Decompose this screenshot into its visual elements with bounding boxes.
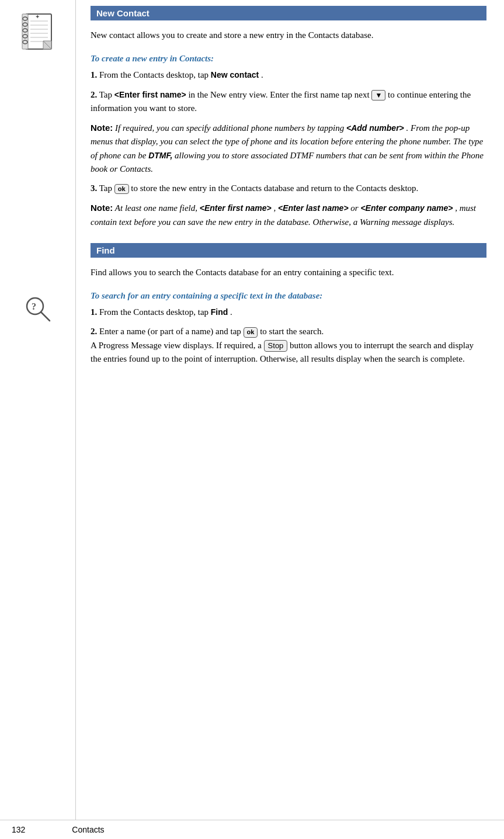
find-step-1: 1. From the Contacts desktop, tap Find . bbox=[91, 306, 486, 319]
find-intro: Find allows you to search the Contacts d… bbox=[91, 266, 486, 279]
step-1-number: 1. bbox=[91, 70, 97, 79]
stop-button[interactable]: Stop bbox=[264, 340, 288, 352]
ok-icon-2: ok bbox=[244, 327, 258, 337]
nav-down-icon: ▼ bbox=[371, 90, 385, 101]
note-2-bold1: <Enter first name> bbox=[200, 203, 272, 213]
step-2-text-before: Tap bbox=[99, 90, 114, 99]
new-contact-italic-heading: To create a new entry in Contacts: bbox=[91, 54, 486, 64]
new-contact-step-list: 1. From the Contacts desktop, tap New co… bbox=[91, 68, 486, 229]
new-contact-body: New contact allows you to create and sto… bbox=[91, 29, 486, 42]
step-1: 1. From the Contacts desktop, tap New co… bbox=[91, 68, 486, 82]
new-contact-header: New Contact bbox=[91, 6, 486, 20]
note-2: Note: At least one name field, <Enter fi… bbox=[91, 201, 486, 229]
footer-title: Contacts bbox=[72, 825, 104, 834]
find-step-2-extra: A Progress Message view displays. If req… bbox=[91, 341, 264, 350]
page-number: 132 bbox=[12, 825, 25, 834]
find-header: Find bbox=[91, 243, 486, 258]
find-step-1-bold: Find bbox=[211, 307, 228, 317]
find-body: Find allows you to search the Contacts d… bbox=[91, 266, 486, 279]
step-1-text-before: From the Contacts desktop, tap bbox=[99, 70, 211, 79]
note-1-text: If required, you can specify additional … bbox=[115, 123, 346, 133]
find-steps: To search for an entry containing a spec… bbox=[91, 291, 486, 366]
find-step-2: 2. Enter a name (or part of a name) and … bbox=[91, 325, 486, 366]
svg-line-17 bbox=[41, 312, 50, 321]
svg-text:✦: ✦ bbox=[35, 13, 40, 20]
left-sidebar: ✦ ? bbox=[0, 0, 76, 820]
find-italic-heading: To search for an entry containing a spec… bbox=[91, 291, 486, 301]
new-contact-title: New Contact bbox=[96, 8, 150, 18]
note-2-label: Note: bbox=[91, 203, 113, 213]
note-1: Note: If required, you can specify addit… bbox=[91, 121, 486, 176]
note-1-bold2: DTMF, bbox=[148, 151, 172, 160]
find-step-2-number: 2. bbox=[91, 327, 97, 336]
find-step-1-text-before: From the Contacts desktop, tap bbox=[99, 307, 211, 317]
note-1-label: Note: bbox=[91, 123, 113, 133]
note-2-text3: or bbox=[350, 203, 360, 213]
note-1-bold1: <Add number> bbox=[346, 123, 404, 133]
find-step-2-text-after: to start the search. bbox=[260, 327, 324, 336]
note-2-text: At least one name field, bbox=[115, 203, 200, 213]
step-3: 3. Tap ok to store the new entry in the … bbox=[91, 182, 486, 229]
step-1-text-after: . bbox=[261, 70, 263, 79]
note-2-bold3: <Enter company name> bbox=[360, 203, 453, 213]
find-step-2-text-before: Enter a name (or part of a name) and tap bbox=[99, 327, 244, 336]
step-2-text-mid: in the New entry view. Enter the first n… bbox=[188, 90, 371, 99]
notebook-icon: ✦ bbox=[21, 13, 55, 55]
find-step-1-number: 1. bbox=[91, 307, 97, 317]
search-icon-area: ? bbox=[23, 294, 53, 326]
main-content: New Contact New contact allows you to cr… bbox=[76, 0, 504, 820]
step-1-bold: New contact bbox=[211, 70, 259, 79]
new-contact-steps: To create a new entry in Contacts: 1. Fr… bbox=[91, 54, 486, 229]
step-2-number: 2. bbox=[91, 90, 97, 99]
new-contact-intro: New contact allows you to create and sto… bbox=[91, 29, 486, 42]
step-3-text-after: to store the new entry in the Contacts d… bbox=[131, 183, 418, 193]
step-3-number: 3. bbox=[91, 183, 97, 193]
ok-icon-1: ok bbox=[114, 184, 129, 194]
step-2-bold: <Enter first name> bbox=[114, 90, 186, 99]
step-2: 2. Tap <Enter first name> in the New ent… bbox=[91, 88, 486, 176]
find-step-1-text-after: . bbox=[230, 307, 232, 317]
find-step-list: 1. From the Contacts desktop, tap Find .… bbox=[91, 306, 486, 366]
find-title: Find bbox=[96, 245, 115, 255]
svg-text:?: ? bbox=[32, 301, 36, 311]
note-2-bold2: <Enter last name> bbox=[278, 203, 349, 213]
note-2-text2: , bbox=[273, 203, 278, 213]
step-3-text-before: Tap bbox=[99, 183, 114, 193]
page-footer: 132 Contacts bbox=[0, 820, 504, 839]
